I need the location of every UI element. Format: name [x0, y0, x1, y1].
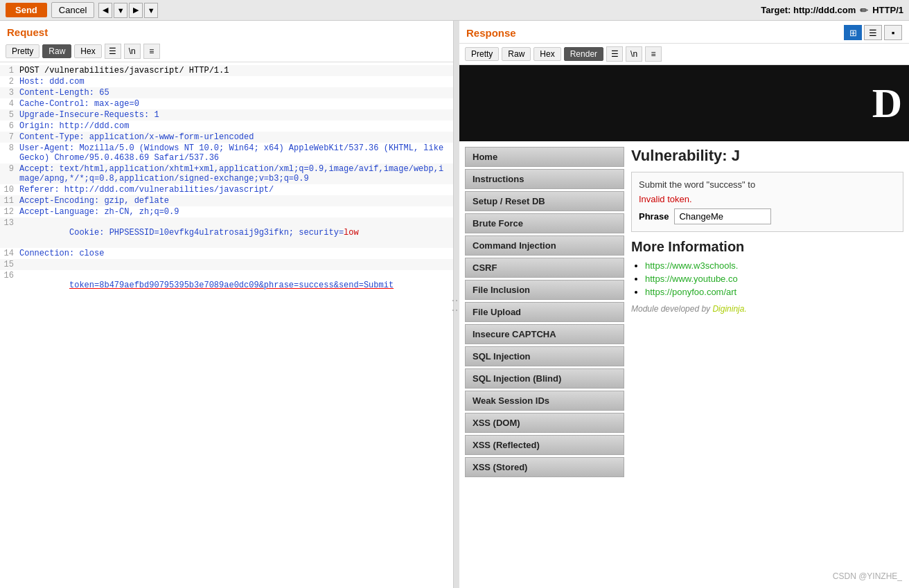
nav-next-button[interactable]: ▶	[129, 3, 143, 18]
dvwa-nav-xss-reflected[interactable]: XSS (Reflected)	[465, 435, 624, 455]
response-image-letter: D	[872, 80, 902, 127]
form-box: Submit the word "success" to Invalid tok…	[631, 172, 903, 232]
response-format-icon[interactable]: ☰	[606, 46, 623, 62]
dvwa-nav-weak-session-ids[interactable]: Weak Session IDs	[465, 391, 624, 411]
response-tab-render[interactable]: Render	[564, 47, 603, 61]
response-tab-hex[interactable]: Hex	[533, 47, 561, 61]
request-format-icon[interactable]: ☰	[105, 44, 121, 59]
request-newline-icon[interactable]: \n	[124, 44, 141, 59]
resize-handle[interactable]: ⋮⋮	[454, 21, 459, 588]
code-line-13: 13 Cookie: PHPSESSID=l0evfkg4ulratrosaij…	[0, 217, 453, 248]
watermark: CSDN @YINZHE_	[833, 571, 902, 581]
line-num-4: 4	[0, 99, 19, 109]
form-error: Invalid token.	[639, 194, 896, 204]
dvwa-nav-sql-injection[interactable]: SQL Injection	[465, 346, 624, 366]
more-info-link-2-anchor[interactable]: https://www.youtube.co	[645, 274, 738, 284]
dvwa-layout: Home Instructions Setup / Reset DB Brute…	[465, 147, 903, 479]
main-layout: Request Pretty Raw Hex ☰ \n ≡ 1 POST /vu…	[0, 21, 909, 588]
code-line-12: 12 Accept-Language: zh-CN, zh;q=0.9	[0, 206, 453, 217]
nav-prev-button[interactable]: ◀	[98, 3, 112, 18]
request-menu-icon[interactable]: ≡	[143, 44, 160, 59]
more-info-link-1-anchor[interactable]: https://www.w3schools.	[645, 260, 738, 271]
code-line-1: 1 POST /vulnerabilities/javascript/ HTTP…	[0, 65, 453, 76]
code-line-7: 7 Content-Type: application/x-www-form-u…	[0, 132, 453, 143]
line-content-16: token=8b479aefbd90795395b3e7089ae0dc09&p…	[19, 271, 453, 300]
more-info-link-3: https://ponyfoo.com/art	[645, 287, 903, 297]
line-content-1: POST /vulnerabilities/javascript/ HTTP/1…	[19, 66, 453, 75]
request-tab-hex[interactable]: Hex	[74, 44, 101, 58]
cancel-button[interactable]: Cancel	[51, 2, 94, 18]
response-menu-icon[interactable]: ≡	[645, 46, 662, 62]
line-num-9: 9	[0, 164, 19, 184]
request-code-area[interactable]: 1 POST /vulnerabilities/javascript/ HTTP…	[0, 62, 453, 588]
code-line-11: 11 Accept-Encoding: gzip, deflate	[0, 195, 453, 206]
line-content-4: Cache-Control: max-age=0	[19, 99, 453, 109]
nav-next-dropdown-button[interactable]: ▼	[144, 3, 158, 18]
dvwa-nav-file-inclusion[interactable]: File Inclusion	[465, 280, 624, 300]
http-version: HTTP/1	[872, 5, 903, 15]
line-num-7: 7	[0, 132, 19, 142]
more-info-link-1: https://www.w3schools.	[645, 260, 903, 271]
more-info-link-3-anchor[interactable]: https://ponyfoo.com/art	[645, 287, 736, 297]
line-content-2: Host: ddd.com	[19, 77, 453, 87]
line-content-7: Content-Type: application/x-www-form-url…	[19, 132, 453, 142]
dvwa-nav-setup[interactable]: Setup / Reset DB	[465, 191, 624, 211]
line-content-6: Origin: http://ddd.com	[19, 121, 453, 131]
line-num-3: 3	[0, 88, 19, 98]
code-line-10: 10 Referer: http://ddd.com/vulnerabiliti…	[0, 184, 453, 195]
request-tab-pretty[interactable]: Pretty	[6, 44, 39, 58]
request-title: Request	[0, 21, 453, 41]
line-content-13: Cookie: PHPSESSID=l0evfkg4ulratrosaij9g3…	[19, 218, 453, 247]
line-content-5: Upgrade-Insecure-Requests: 1	[19, 110, 453, 120]
cookie-security-val: low	[344, 228, 359, 238]
code-line-9: 9 Accept: text/html,application/xhtml+xm…	[0, 163, 453, 184]
dvwa-nav-xss-stored[interactable]: XSS (Stored)	[465, 457, 624, 477]
line-num-14: 14	[0, 249, 19, 258]
dvwa-nav-file-upload[interactable]: File Upload	[465, 302, 624, 322]
dvwa-nav-sql-injection-blind[interactable]: SQL Injection (Blind)	[465, 368, 624, 389]
form-description: Submit the word "success" to	[639, 179, 896, 190]
line-num-11: 11	[0, 196, 19, 206]
module-credit: Module developed by Digininja.	[631, 304, 903, 314]
response-panel: Response ⊞ ☰ ▪ Pretty Raw Hex Render ☰ \…	[459, 21, 909, 588]
line-num-15: 15	[0, 260, 19, 269]
view-full-icon[interactable]: ▪	[884, 25, 902, 40]
response-image-area: D	[459, 65, 909, 141]
response-tab-raw[interactable]: Raw	[502, 47, 531, 61]
code-line-2: 2 Host: ddd.com	[0, 76, 453, 87]
line-num-1: 1	[0, 66, 19, 75]
vulnerability-title: Vulnerability: J	[631, 147, 903, 165]
dvwa-nav-instructions[interactable]: Instructions	[465, 169, 624, 189]
response-title: Response	[466, 27, 838, 39]
response-tab-pretty[interactable]: Pretty	[465, 47, 499, 61]
target-label: Target: http://ddd.com	[761, 5, 856, 15]
line-num-16: 16	[0, 271, 19, 300]
nav-dropdown-button[interactable]: ▼	[114, 3, 127, 18]
code-line-3: 3 Content-Length: 65	[0, 87, 453, 98]
more-info-title: More Information	[631, 239, 903, 255]
line-content-8: User-Agent: Mozilla/5.0 (Windows NT 10.0…	[19, 143, 453, 163]
send-button[interactable]: Send	[6, 3, 47, 17]
view-split-icon[interactable]: ⊞	[844, 25, 862, 40]
response-newline-icon[interactable]: \n	[626, 46, 642, 62]
line-content-9: Accept: text/html,application/xhtml+xml,…	[19, 164, 453, 184]
code-line-6: 6 Origin: http://ddd.com	[0, 121, 453, 132]
line-num-5: 5	[0, 110, 19, 120]
dvwa-nav-command-injection[interactable]: Command Injection	[465, 235, 624, 256]
dvwa-nav-home[interactable]: Home	[465, 147, 624, 167]
request-tab-raw[interactable]: Raw	[42, 44, 71, 58]
dvwa-nav-csrf[interactable]: CSRF	[465, 258, 624, 278]
cookie-key: Cookie: PHPSESSID=l0evfkg4ulratrosaij9g3…	[69, 228, 344, 238]
dvwa-nav-xss-dom[interactable]: XSS (DOM)	[465, 413, 624, 433]
edit-icon[interactable]: ✏	[860, 5, 868, 16]
code-line-8: 8 User-Agent: Mozilla/5.0 (Windows NT 10…	[0, 143, 453, 163]
dvwa-nav-insecure-captcha[interactable]: Insecure CAPTCHA	[465, 324, 624, 344]
code-line-16: 16 token=8b479aefbd90795395b3e7089ae0dc0…	[0, 270, 453, 301]
module-credit-link[interactable]: Digininja.	[712, 304, 746, 314]
dvwa-nav-brute-force[interactable]: Brute Force	[465, 213, 624, 233]
line-num-6: 6	[0, 121, 19, 131]
view-horizontal-icon[interactable]: ☰	[864, 25, 882, 40]
line-content-15	[19, 260, 453, 269]
phrase-input[interactable]	[674, 208, 771, 224]
code-line-5: 5 Upgrade-Insecure-Requests: 1	[0, 109, 453, 121]
